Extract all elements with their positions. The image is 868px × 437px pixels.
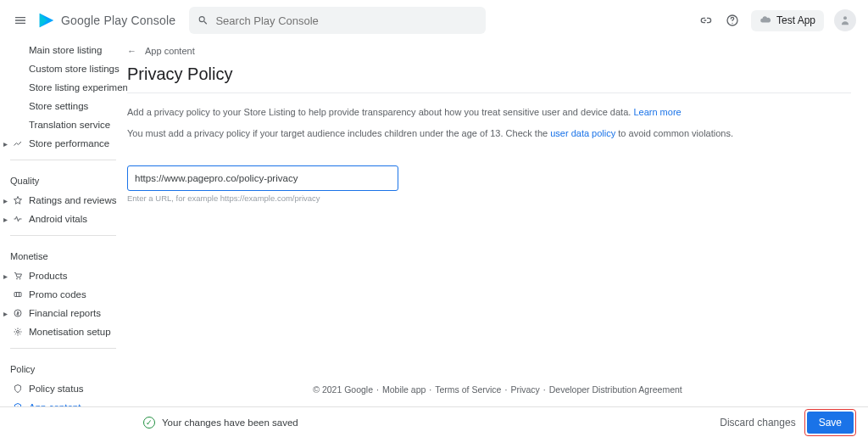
sidebar-item-translation-service[interactable]: Translation service xyxy=(10,115,127,134)
hamburger-menu-icon[interactable] xyxy=(7,7,34,34)
sidebar-item-store-settings[interactable]: Store settings xyxy=(10,97,127,115)
vitals-icon xyxy=(12,213,24,225)
svg-point-1 xyxy=(843,16,847,20)
trend-icon xyxy=(12,137,24,149)
chevron-right-icon: ▸ xyxy=(3,309,8,318)
para-1: Add a privacy policy to your Store Listi… xyxy=(127,105,851,120)
app-switcher[interactable]: Test App xyxy=(751,10,824,31)
save-highlight: Save xyxy=(804,409,856,436)
svg-rect-4 xyxy=(14,293,21,297)
logo[interactable]: Google Play Console xyxy=(37,11,175,30)
chevron-right-icon: ▸ xyxy=(3,196,8,205)
bottom-bar: ✓ Your changes have been saved Discard c… xyxy=(0,406,868,437)
user-data-policy-link[interactable]: user data policy xyxy=(550,128,615,138)
copyright: © 2021 Google xyxy=(313,384,373,395)
save-button[interactable]: Save xyxy=(807,412,854,434)
sidebar-item-store-listing-experiments[interactable]: Store listing experiments xyxy=(10,78,127,97)
header: Google Play Console Test App xyxy=(0,0,868,41)
avatar[interactable] xyxy=(834,9,856,31)
search-icon xyxy=(198,14,209,26)
footer-dda[interactable]: Developer Distribution Agreement xyxy=(549,384,682,395)
sidebar-section-monetise: Monetise xyxy=(10,243,127,266)
sidebar-item-monetisation-setup[interactable]: Monetisation setup xyxy=(10,322,127,341)
main: Main store listing Custom store listings… xyxy=(0,41,868,406)
back-link[interactable]: ← App content xyxy=(127,46,851,56)
sidebar-item-ratings-reviews[interactable]: ▸ Ratings and reviews xyxy=(10,191,127,210)
search-input[interactable] xyxy=(215,14,477,27)
svg-point-6 xyxy=(17,331,19,333)
dollar-icon xyxy=(12,307,24,319)
saved-message: ✓ Your changes have been saved xyxy=(143,417,298,429)
arrow-left-icon: ← xyxy=(127,46,136,56)
play-logo-icon xyxy=(37,11,56,30)
sidebar-section-quality: Quality xyxy=(10,167,127,191)
footer-terms[interactable]: Terms of Service xyxy=(435,384,501,395)
star-icon xyxy=(12,194,24,206)
footer-mobile-app[interactable]: Mobile app xyxy=(382,384,426,395)
footer-privacy[interactable]: Privacy xyxy=(510,384,539,395)
sidebar-item-products[interactable]: ▸ Products xyxy=(10,266,127,285)
search-box[interactable] xyxy=(189,7,486,34)
gear-icon xyxy=(12,326,24,338)
link-icon[interactable] xyxy=(692,7,719,34)
sidebar-item-financial-reports[interactable]: ▸ Financial reports xyxy=(10,304,127,322)
content: ← App content Privacy Policy Add a priva… xyxy=(127,41,868,406)
page-title: Privacy Policy xyxy=(127,59,851,93)
check-icon: ✓ xyxy=(143,417,155,429)
sidebar-item-android-vitals[interactable]: ▸ Android vitals xyxy=(10,210,127,228)
sidebar-item-custom-store-listings[interactable]: Custom store listings xyxy=(10,59,127,78)
sidebar-item-store-performance[interactable]: ▸ Store performance xyxy=(10,134,127,153)
sidebar-item-app-content[interactable]: App content xyxy=(10,398,127,406)
sidebar-item-main-store-listing[interactable]: Main store listing xyxy=(10,41,127,59)
user-icon xyxy=(838,14,852,27)
discard-button[interactable]: Discard changes xyxy=(720,417,795,429)
privacy-url-input[interactable] xyxy=(127,165,398,191)
sidebar-section-policy: Policy xyxy=(10,356,127,379)
svg-point-2 xyxy=(17,278,18,279)
chevron-right-icon: ▸ xyxy=(3,272,8,281)
back-label: App content xyxy=(145,46,195,56)
cloud-icon xyxy=(760,14,771,28)
url-hint: Enter a URL, for example https://example… xyxy=(127,193,851,203)
help-icon[interactable] xyxy=(719,7,746,34)
chevron-right-icon: ▸ xyxy=(3,215,8,224)
cart-icon xyxy=(12,270,24,282)
sidebar-item-promo-codes[interactable]: Promo codes xyxy=(10,285,127,304)
svg-point-3 xyxy=(19,278,20,279)
learn-more-link[interactable]: Learn more xyxy=(633,107,681,117)
para-2: You must add a privacy policy if your ta… xyxy=(127,126,851,141)
logo-text: Google Play Console xyxy=(61,14,175,27)
shield-icon xyxy=(12,383,24,395)
promo-icon xyxy=(12,289,24,300)
footer-links: © 2021 Google · Mobile app · Terms of Se… xyxy=(127,373,868,406)
sidebar: Main store listing Custom store listings… xyxy=(0,41,127,406)
sidebar-item-policy-status[interactable]: Policy status xyxy=(10,379,127,398)
chevron-right-icon: ▸ xyxy=(3,139,8,148)
app-name-label: Test App xyxy=(776,14,815,26)
